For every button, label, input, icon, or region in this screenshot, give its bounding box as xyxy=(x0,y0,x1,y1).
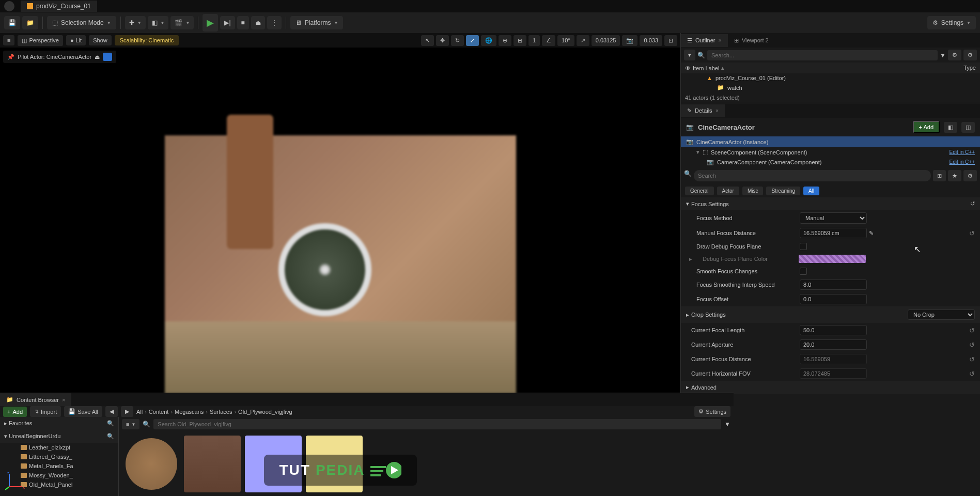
outliner-search-input[interactable] xyxy=(707,50,938,60)
edit-cpp-link[interactable]: Edit in C++ xyxy=(950,159,975,165)
reset-icon[interactable]: ↺ xyxy=(969,327,975,334)
search-icon[interactable]: 🔍 xyxy=(107,420,114,427)
focus-offset-input[interactable] xyxy=(800,294,867,304)
component-row[interactable]: ▾ ⬚ SceneComponent (SceneComponent) Edit… xyxy=(681,147,980,157)
filter-streaming[interactable]: Streaming xyxy=(766,187,800,195)
asset-thumbnail[interactable] xyxy=(123,436,180,492)
select-tool[interactable]: ↖ xyxy=(421,35,434,46)
scale-tool[interactable]: ⤢ xyxy=(466,35,479,46)
details-view-2[interactable]: ★ xyxy=(948,170,961,181)
lit-button[interactable]: ● Lit xyxy=(66,35,86,45)
smooth-changes-checkbox[interactable] xyxy=(800,268,807,275)
details-option-1[interactable]: ◧ xyxy=(944,122,957,133)
focal-length-input[interactable] xyxy=(800,325,867,335)
camera-view-toggle[interactable] xyxy=(103,53,112,61)
reset-icon[interactable]: ↺ xyxy=(969,370,975,378)
details-tab[interactable]: ✎ Details × xyxy=(681,104,725,117)
breadcrumb-item[interactable]: Content xyxy=(149,409,169,415)
filter-general[interactable]: General xyxy=(685,187,714,195)
eject-pilot-button[interactable]: ⏏ xyxy=(95,54,100,60)
eyedropper-icon[interactable]: ✎ xyxy=(869,230,874,237)
outliner-column-header[interactable]: 👁 Item Label ▴ Type xyxy=(681,63,980,73)
add-content-button[interactable]: ✚▼ xyxy=(125,16,146,29)
details-view-3[interactable]: ⚙ xyxy=(963,170,977,181)
save-button[interactable]: 💾 xyxy=(4,16,20,29)
edit-cpp-link[interactable]: Edit in C++ xyxy=(950,149,975,155)
details-search-input[interactable] xyxy=(694,170,931,181)
search-icon[interactable]: 🔍 xyxy=(107,433,114,440)
cb-settings-button[interactable]: ⚙ Settings xyxy=(694,406,730,417)
color-swatch[interactable] xyxy=(799,255,866,263)
viewport2-tab[interactable]: ⊞ Viewport 2 xyxy=(728,34,775,47)
browse-button[interactable]: 📁 xyxy=(22,16,38,29)
chevron-down-icon[interactable]: ▼ xyxy=(724,421,730,428)
tree-item[interactable]: Littered_Grassy_ xyxy=(0,452,118,461)
tree-item[interactable]: Metal_Panels_Fa xyxy=(0,461,118,471)
breadcrumb-item[interactable]: Megascans xyxy=(175,409,204,415)
filter-actor[interactable]: Actor xyxy=(717,187,739,195)
asset-thumbnail[interactable] xyxy=(184,436,241,492)
cinematics-button[interactable]: 🎬▼ xyxy=(170,16,194,29)
surface-snap-button[interactable]: ⊕ xyxy=(499,35,511,46)
scale-snap-value[interactable]: 0.03125 xyxy=(592,35,620,46)
breadcrumb-item[interactable]: Old_Plywood_vigjfivg xyxy=(238,409,292,415)
favorites-header[interactable]: ▸ Favorites 🔍 xyxy=(0,417,118,430)
add-button[interactable]: + Add xyxy=(3,407,27,417)
category-crop-settings[interactable]: ▸Crop Settings No Crop xyxy=(681,306,980,323)
angle-snap-button[interactable]: ∠ xyxy=(542,35,555,46)
asset-search-input[interactable] xyxy=(153,419,721,429)
angle-snap-value[interactable]: 10° xyxy=(557,35,574,46)
step-button[interactable]: ▶| xyxy=(220,16,235,29)
viewport[interactable]: ≡ ◫ Perspective ● Lit Show Scalability: … xyxy=(0,33,680,496)
mode-selector[interactable]: ⬚ Selection Mode ▼ xyxy=(47,16,116,29)
world-local-toggle[interactable]: 🌐 xyxy=(481,35,496,46)
reset-icon[interactable]: ↺ xyxy=(969,355,975,363)
scalability-warning[interactable]: Scalability: Cinematic xyxy=(115,35,179,45)
save-all-button[interactable]: 💾 Save All xyxy=(64,406,102,417)
scale-snap-button[interactable]: ↗ xyxy=(577,35,589,46)
focus-distance-input[interactable] xyxy=(800,228,867,238)
filter-button[interactable]: ▾ xyxy=(684,50,695,60)
filter-misc[interactable]: Misc xyxy=(742,187,764,195)
breadcrumb-item[interactable]: All xyxy=(136,409,143,415)
history-back-button[interactable]: ◀ xyxy=(105,406,118,417)
settings-button[interactable]: ⚙ Settings ▼ xyxy=(927,16,976,29)
maximize-button[interactable]: ⊡ xyxy=(664,35,677,46)
rotate-tool[interactable]: ↻ xyxy=(451,35,464,46)
marketplace-button[interactable]: ◧▼ xyxy=(148,16,169,29)
play-options-button[interactable]: ⋮ xyxy=(267,16,282,29)
show-button[interactable]: Show xyxy=(89,35,112,45)
crop-select[interactable]: No Crop xyxy=(908,309,975,320)
chevron-down-icon[interactable]: ▼ xyxy=(940,52,946,59)
camera-speed-value[interactable]: 0.033 xyxy=(640,35,662,46)
aperture-input[interactable] xyxy=(800,339,867,350)
breadcrumb-item[interactable]: Surfaces xyxy=(210,409,232,415)
details-option-2[interactable]: ◫ xyxy=(961,122,975,133)
filter-all[interactable]: All xyxy=(803,187,819,195)
import-button[interactable]: ↴ Import xyxy=(30,406,61,417)
close-icon[interactable]: × xyxy=(715,107,719,114)
outliner-settings-2[interactable]: ⚙ xyxy=(963,50,977,60)
platforms-button[interactable]: 🖥 Platforms ▼ xyxy=(290,16,344,29)
play-button[interactable]: ▶ xyxy=(203,14,218,32)
close-icon[interactable]: × xyxy=(719,37,722,43)
instance-row[interactable]: 📷 CineCameraActor (Instance) xyxy=(681,136,980,147)
reset-icon[interactable]: ↺ xyxy=(969,229,975,237)
draw-debug-checkbox[interactable] xyxy=(800,243,807,250)
smooth-speed-input[interactable] xyxy=(800,280,867,290)
outliner-settings-1[interactable]: ⚙ xyxy=(948,50,961,60)
outliner-tab[interactable]: ☰ Outliner × xyxy=(681,34,728,47)
tree-item[interactable]: Leather_olzixzpt xyxy=(0,443,118,452)
focus-method-select[interactable]: Manual xyxy=(800,212,867,224)
content-browser-tab[interactable]: 📁 Content Browser × xyxy=(0,393,71,406)
history-forward-button[interactable]: ▶ xyxy=(121,406,133,417)
camera-speed-button[interactable]: 📷 xyxy=(622,35,637,46)
close-icon[interactable]: × xyxy=(62,397,65,403)
grid-snap-value[interactable]: 1 xyxy=(528,35,540,46)
stop-button[interactable]: ■ xyxy=(237,16,249,29)
project-header[interactable]: ▾ UnrealBeginnerUrdu 🔍 xyxy=(0,430,118,443)
filter-button[interactable]: ≡▼ xyxy=(122,419,139,429)
reset-icon[interactable]: ↺ xyxy=(970,200,975,207)
move-tool[interactable]: ✥ xyxy=(436,35,449,46)
category-focus-settings[interactable]: ▾Focus Settings ↺ xyxy=(681,197,980,210)
